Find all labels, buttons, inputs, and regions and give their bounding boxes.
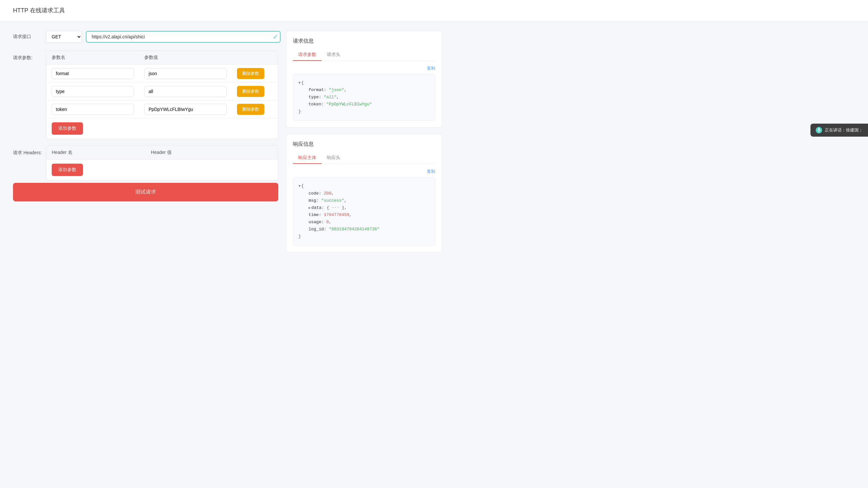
add-param-button[interactable]: 添加参数 (52, 122, 83, 135)
tab-response-body[interactable]: 响应主体 (293, 152, 321, 164)
add-header-button[interactable]: 添加参数 (52, 164, 83, 176)
headers-section-wrapper: 请求 Headers: Header 名 Header 值 添加参数 (13, 145, 278, 180)
res-time-val: 1704770459 (324, 212, 349, 217)
param-name-input-1[interactable] (52, 86, 134, 97)
params-col-value: 参数值 (139, 51, 232, 65)
delete-param-button-1[interactable]: 删除参数 (237, 86, 264, 97)
request-url-row: 请求接口 GET POST PUT DELETE PATCH ✓ (13, 31, 278, 42)
param-name-input-2[interactable] (52, 104, 134, 115)
method-select[interactable]: GET POST PUT DELETE PATCH (46, 31, 82, 42)
headers-section-label: 请求 Headers: (13, 145, 42, 156)
res-msg-val: "success" (321, 198, 344, 203)
response-info-tabs: 响应主体 响应头 (293, 152, 435, 164)
svg-rect-0 (818, 128, 819, 131)
response-info-title: 响应信息 (293, 141, 435, 148)
tab-response-headers[interactable]: 响应头 (321, 152, 346, 164)
table-row: 删除参数 (46, 83, 278, 101)
response-copy-button[interactable]: 复制 (427, 169, 435, 174)
req-type-key: type (309, 95, 318, 99)
headers-section-content: Header 名 Header 值 添加参数 (46, 145, 278, 180)
test-request-button[interactable]: 测试请求 (13, 183, 278, 201)
param-value-input-1[interactable] (144, 86, 226, 97)
response-code-block: ▼{ code: 200, msg: "success", ▶data: { ·… (293, 177, 435, 246)
headers-col-value: Header 值 (146, 146, 245, 160)
param-value-input-0[interactable] (144, 68, 226, 79)
params-col-name: 参数名 (46, 51, 139, 65)
res-data-key: data (311, 205, 321, 210)
headers-table: Header 名 Header 值 (46, 146, 278, 160)
delete-param-button-0[interactable]: 删除参数 (237, 68, 264, 79)
mic-icon (816, 127, 822, 134)
request-url-label: 请求接口 (13, 34, 42, 40)
delete-param-button-2[interactable]: 删除参数 (237, 104, 264, 115)
url-input[interactable] (86, 31, 281, 42)
res-time-key: time (309, 212, 318, 217)
params-section-label: 请求参数: (13, 51, 42, 61)
params-table: 参数名 参数值 删除参数 删除参数 删除参数 (46, 51, 278, 118)
req-token-key: token (309, 102, 321, 107)
request-info-card: 请求信息 请求参数 请求头 复制 ▼{ format: "json", type… (286, 31, 442, 127)
res-logid-key: log_id (309, 227, 324, 232)
res-logid-val: "603184784204148736" (329, 227, 380, 232)
req-format-key: format (309, 87, 324, 92)
voice-label: 正在讲话：徐建国； (825, 127, 863, 133)
tab-request-params[interactable]: 请求参数 (293, 49, 321, 61)
right-panel: 请求信息 请求参数 请求头 复制 ▼{ format: "json", type… (286, 31, 442, 259)
voice-bar: 正在讲话：徐建国； (810, 124, 868, 137)
params-section-wrapper: 请求参数: 参数名 参数值 删除参数 删除参数 (13, 51, 278, 139)
res-data-toggle[interactable]: ▶ (309, 206, 311, 210)
page-title: HTTP 在线请求工具 (0, 0, 868, 21)
headers-col-name: Header 名 (46, 146, 146, 160)
table-row: 删除参数 (46, 65, 278, 83)
req-format-val: "json" (329, 87, 344, 92)
tab-request-headers[interactable]: 请求头 (321, 49, 346, 61)
res-usage-key: usage (309, 220, 321, 225)
request-info-tabs: 请求参数 请求头 (293, 49, 435, 61)
request-info-title: 请求信息 (293, 38, 435, 45)
res-msg-key: msg (309, 198, 316, 203)
request-copy-button[interactable]: 复制 (427, 65, 435, 71)
req-type-val: "all" (324, 95, 337, 99)
request-code-block: ▼{ format: "json", type: "all", token: "… (293, 74, 435, 121)
req-token-val: "PpDpYWLcFLBIwYgu" (327, 102, 372, 107)
req-toggle-arrow[interactable]: ▼ (299, 81, 301, 85)
res-code-key: code (309, 191, 318, 196)
url-valid-icon: ✓ (273, 33, 278, 41)
left-panel: 请求接口 GET POST PUT DELETE PATCH ✓ 请求参数: 参… (13, 31, 278, 259)
param-value-input-2[interactable] (144, 104, 226, 115)
params-section-content: 参数名 参数值 删除参数 删除参数 删除参数 (46, 51, 278, 139)
res-code-val: 200 (324, 191, 331, 196)
res-usage-val: 0 (327, 220, 329, 225)
response-info-card: 响应信息 响应主体 响应头 复制 ▼{ code: 200, msg: "suc… (286, 134, 442, 253)
param-name-input-0[interactable] (52, 68, 134, 79)
res-toggle-arrow[interactable]: ▼ (299, 184, 301, 188)
table-row: 删除参数 (46, 101, 278, 118)
